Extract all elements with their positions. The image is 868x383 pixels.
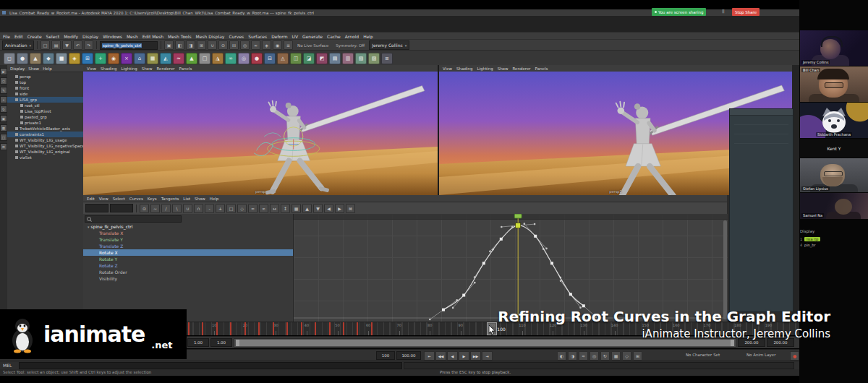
ge-tool-icon-13[interactable]: ↔ — [270, 204, 279, 213]
shelf-icon-29[interactable]: ▨ — [368, 53, 380, 64]
ge-tool-icon-16[interactable]: ▲ — [302, 204, 312, 213]
tangent-end[interactable] — [489, 251, 491, 253]
keyframe[interactable] — [569, 293, 572, 296]
outliner-item-pasted-grp[interactable]: pasted_grp — [7, 114, 83, 120]
lasso-tool-icon[interactable]: ○ — [0, 77, 7, 85]
ge-menu-show[interactable]: Show — [195, 197, 205, 201]
outliner-item-side[interactable]: side — [7, 91, 83, 97]
shelf-icon-27[interactable]: ▥ — [342, 53, 354, 64]
character-set-dropdown[interactable]: No Character Set — [686, 353, 720, 357]
anim-layer-dropdown[interactable]: No Anim Layer — [746, 353, 775, 357]
outliner-item-wt-visibility-lig-usage[interactable]: WT_Visibility_LIG_usage — [7, 137, 83, 143]
rotate-tool-icon[interactable]: ↻ — [0, 106, 7, 113]
shelf-icon-14[interactable]: ≈ — [173, 53, 184, 64]
panel-menu-renderer[interactable]: Renderer — [156, 66, 174, 71]
panel-menu-panels[interactable]: Panels — [535, 66, 548, 71]
panel-menu-show[interactable]: Show — [498, 66, 509, 71]
floating-panel-header[interactable] — [730, 109, 793, 116]
anim-curve[interactable] — [443, 225, 584, 310]
layer-panel-tab[interactable]: Display — [800, 229, 814, 233]
outliner-item-wt-visibility-lig-negativespace[interactable]: WT_Visibility_LIG_negativeSpace — [7, 143, 83, 149]
ge-menu-view[interactable]: View — [99, 197, 109, 201]
outliner-menu-display[interactable]: Display — [10, 66, 25, 71]
keyframe[interactable] — [550, 262, 553, 264]
ge-root-node[interactable]: ▾ spine_fk_pelvis_ctrl — [83, 223, 293, 230]
layout-four-pane-icon[interactable]: ⊞ — [0, 143, 7, 150]
keyframe[interactable] — [500, 238, 503, 241]
shelf-icon-4[interactable]: ◆ — [43, 53, 54, 64]
playback-option-icon-8[interactable]: ⊞ — [633, 351, 642, 361]
pause-share-icon[interactable]: || — [722, 9, 725, 13]
keyframe-tick[interactable] — [357, 322, 358, 335]
ge-tool-icon-19[interactable]: ▶ — [335, 204, 344, 213]
participant-tile-jeremy[interactable]: Jeremy Collins — [800, 30, 868, 66]
menu-set-dropdown[interactable]: Animation ▾ — [2, 40, 34, 50]
panel-menu-view[interactable]: View — [87, 66, 96, 71]
ge-search-input[interactable] — [85, 215, 182, 223]
shelf-icon-30[interactable]: ≡ — [381, 53, 393, 64]
ge-tool-icon-9[interactable]: □ — [226, 204, 236, 213]
current-frame-decimal-field[interactable]: 100.00 — [396, 351, 421, 360]
keyframe-tick[interactable] — [315, 322, 316, 335]
ge-tool-icon-6[interactable]: ∩ — [194, 204, 203, 213]
viewport-left[interactable]: ViewShadingLightingShowRendererPanels pe… — [83, 65, 438, 195]
ge-graph-area[interactable] — [294, 214, 728, 322]
playback-option-icon-1[interactable]: ◐ — [557, 351, 566, 361]
keyframe-tick[interactable] — [188, 322, 190, 335]
select-tool-icon[interactable]: ▶ — [0, 68, 7, 75]
ge-tool-icon-8[interactable]: + — [216, 204, 225, 213]
go-to-end-button[interactable]: ⇥ — [482, 351, 493, 361]
menu-display[interactable]: Display — [82, 34, 98, 39]
construction-history-icon[interactable]: ∞ — [251, 40, 260, 50]
playback-start-field[interactable]: 1.00 — [210, 338, 232, 347]
playback-option-icon-6[interactable]: ▦ — [611, 351, 621, 361]
outliner-item-constraints1[interactable]: constraints1 — [7, 132, 83, 137]
shelf-icon-13[interactable]: ◭ — [160, 53, 171, 64]
shelf-icon-22[interactable]: ◬ — [277, 53, 289, 64]
select-hierarchy-icon[interactable]: ▣ — [164, 40, 174, 50]
ge-tool-icon-17[interactable]: ▼ — [313, 204, 323, 213]
last-tool-icon[interactable]: ▦ — [0, 124, 7, 132]
step-back-key-button[interactable]: ◀◀ — [435, 351, 446, 361]
keyframe-tick[interactable] — [286, 322, 288, 335]
outliner-item-persp[interactable]: persp — [7, 74, 83, 79]
layer-row[interactable]: 4pin_br — [800, 243, 851, 247]
ge-stat-time-field[interactable] — [85, 204, 109, 212]
keyframe-tick[interactable] — [343, 322, 344, 335]
shelf-icon-24[interactable]: ◪ — [303, 53, 315, 64]
layer-row[interactable]: 1lisa_tp — [800, 237, 851, 241]
outliner-item-wt-visibility-lig-original[interactable]: WT_Visibility_LIG_original — [7, 149, 83, 155]
menu-cache[interactable]: Cache — [327, 34, 341, 39]
shelf-icon-3[interactable]: ▲ — [30, 53, 41, 64]
shelf-icon-10[interactable]: × — [121, 53, 132, 64]
ge-tool-icon-15[interactable]: ▦ — [292, 204, 301, 213]
ge-channel-translate-y[interactable]: Translate Y — [83, 236, 293, 243]
shelf-icon-17[interactable]: ◮ — [212, 53, 224, 64]
ge-menu-list[interactable]: List — [183, 197, 190, 201]
menu-mesh-tools[interactable]: Mesh Tools — [168, 34, 191, 39]
scale-tool-icon[interactable]: ▣ — [0, 115, 7, 122]
step-forward-button[interactable]: ▶▶ — [470, 351, 481, 361]
menu-help[interactable]: Help — [363, 34, 373, 39]
shelf-icon-25[interactable]: ◩ — [316, 53, 328, 64]
auto-key-toggle[interactable]: ● — [790, 351, 799, 361]
menu-arnold[interactable]: Arnold — [345, 34, 359, 39]
panel-menu-renderer[interactable]: Renderer — [512, 66, 530, 71]
shelf-icon-7[interactable]: ⊞ — [82, 53, 93, 64]
shelf-icon-1[interactable]: ◻ — [4, 53, 15, 64]
shelf-icon-16[interactable]: □ — [199, 53, 210, 64]
ge-tool-icon-2[interactable]: ~ — [150, 204, 160, 213]
ge-tool-icon-12[interactable]: ∞ — [259, 204, 268, 213]
keyframe-tick[interactable] — [329, 322, 331, 335]
render-settings-icon[interactable]: ≡ — [284, 40, 293, 50]
open-scene-icon[interactable]: ▤ — [51, 40, 61, 50]
floating-panel[interactable] — [729, 108, 793, 312]
select-component-icon[interactable]: ◨ — [186, 40, 195, 50]
menu-mesh[interactable]: Mesh — [127, 34, 138, 39]
outliner-item-front[interactable]: front — [7, 85, 83, 91]
shelf-icon-12[interactable]: ▦ — [147, 53, 158, 64]
anim-start-field[interactable]: 1.00 — [187, 338, 209, 347]
tangent-end[interactable] — [524, 223, 526, 225]
keyframe[interactable] — [482, 262, 485, 264]
menu-windows[interactable]: Windows — [103, 34, 122, 39]
